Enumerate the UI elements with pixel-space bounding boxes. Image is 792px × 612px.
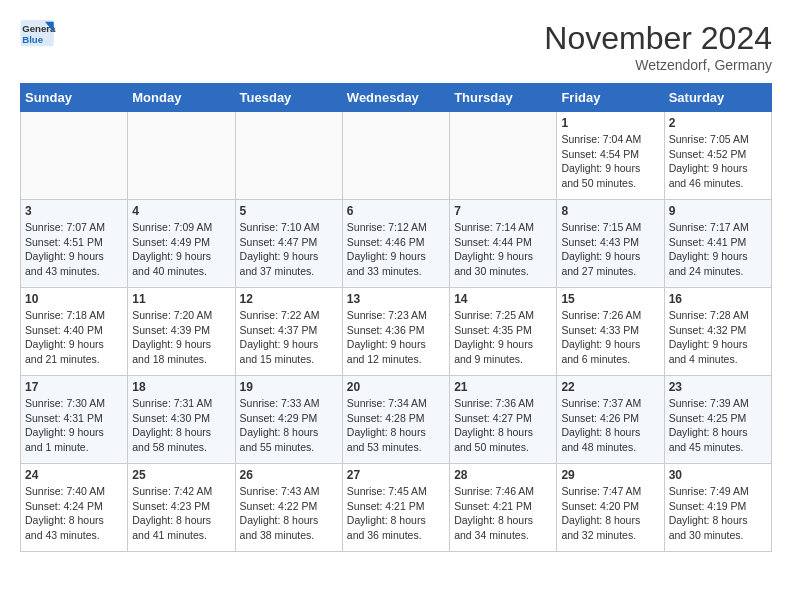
calendar-week-row: 3Sunrise: 7:07 AM Sunset: 4:51 PM Daylig… [21, 200, 772, 288]
day-number: 22 [561, 380, 659, 394]
calendar-day-cell: 24Sunrise: 7:40 AM Sunset: 4:24 PM Dayli… [21, 464, 128, 552]
calendar-day-cell: 21Sunrise: 7:36 AM Sunset: 4:27 PM Dayli… [450, 376, 557, 464]
day-info: Sunrise: 7:37 AM Sunset: 4:26 PM Dayligh… [561, 396, 659, 455]
logo-icon: General Blue [20, 20, 56, 48]
day-number: 6 [347, 204, 445, 218]
calendar-day-cell: 6Sunrise: 7:12 AM Sunset: 4:46 PM Daylig… [342, 200, 449, 288]
day-info: Sunrise: 7:46 AM Sunset: 4:21 PM Dayligh… [454, 484, 552, 543]
calendar-day-cell [450, 112, 557, 200]
calendar-day-cell: 30Sunrise: 7:49 AM Sunset: 4:19 PM Dayli… [664, 464, 771, 552]
day-info: Sunrise: 7:05 AM Sunset: 4:52 PM Dayligh… [669, 132, 767, 191]
day-of-week-header: Thursday [450, 84, 557, 112]
calendar-day-cell: 5Sunrise: 7:10 AM Sunset: 4:47 PM Daylig… [235, 200, 342, 288]
day-number: 19 [240, 380, 338, 394]
month-title: November 2024 [544, 20, 772, 57]
calendar-day-cell: 3Sunrise: 7:07 AM Sunset: 4:51 PM Daylig… [21, 200, 128, 288]
day-info: Sunrise: 7:42 AM Sunset: 4:23 PM Dayligh… [132, 484, 230, 543]
calendar-day-cell: 9Sunrise: 7:17 AM Sunset: 4:41 PM Daylig… [664, 200, 771, 288]
day-info: Sunrise: 7:10 AM Sunset: 4:47 PM Dayligh… [240, 220, 338, 279]
calendar-day-cell: 26Sunrise: 7:43 AM Sunset: 4:22 PM Dayli… [235, 464, 342, 552]
calendar-day-cell: 29Sunrise: 7:47 AM Sunset: 4:20 PM Dayli… [557, 464, 664, 552]
day-number: 12 [240, 292, 338, 306]
day-info: Sunrise: 7:33 AM Sunset: 4:29 PM Dayligh… [240, 396, 338, 455]
calendar-day-cell [235, 112, 342, 200]
calendar-body: 1Sunrise: 7:04 AM Sunset: 4:54 PM Daylig… [21, 112, 772, 552]
day-number: 2 [669, 116, 767, 130]
day-info: Sunrise: 7:45 AM Sunset: 4:21 PM Dayligh… [347, 484, 445, 543]
day-number: 30 [669, 468, 767, 482]
day-info: Sunrise: 7:43 AM Sunset: 4:22 PM Dayligh… [240, 484, 338, 543]
day-number: 7 [454, 204, 552, 218]
calendar-week-row: 17Sunrise: 7:30 AM Sunset: 4:31 PM Dayli… [21, 376, 772, 464]
day-info: Sunrise: 7:04 AM Sunset: 4:54 PM Dayligh… [561, 132, 659, 191]
day-info: Sunrise: 7:34 AM Sunset: 4:28 PM Dayligh… [347, 396, 445, 455]
day-number: 29 [561, 468, 659, 482]
calendar-day-cell: 13Sunrise: 7:23 AM Sunset: 4:36 PM Dayli… [342, 288, 449, 376]
calendar-day-cell [342, 112, 449, 200]
calendar-week-row: 10Sunrise: 7:18 AM Sunset: 4:40 PM Dayli… [21, 288, 772, 376]
day-of-week-header: Friday [557, 84, 664, 112]
calendar-day-cell: 28Sunrise: 7:46 AM Sunset: 4:21 PM Dayli… [450, 464, 557, 552]
day-number: 14 [454, 292, 552, 306]
day-number: 8 [561, 204, 659, 218]
day-number: 4 [132, 204, 230, 218]
day-info: Sunrise: 7:07 AM Sunset: 4:51 PM Dayligh… [25, 220, 123, 279]
logo: General Blue [20, 20, 56, 48]
calendar-day-cell: 8Sunrise: 7:15 AM Sunset: 4:43 PM Daylig… [557, 200, 664, 288]
calendar-day-cell: 17Sunrise: 7:30 AM Sunset: 4:31 PM Dayli… [21, 376, 128, 464]
day-of-week-header: Wednesday [342, 84, 449, 112]
calendar-day-cell: 10Sunrise: 7:18 AM Sunset: 4:40 PM Dayli… [21, 288, 128, 376]
day-info: Sunrise: 7:39 AM Sunset: 4:25 PM Dayligh… [669, 396, 767, 455]
calendar-table: SundayMondayTuesdayWednesdayThursdayFrid… [20, 83, 772, 552]
location: Wetzendorf, Germany [544, 57, 772, 73]
day-info: Sunrise: 7:49 AM Sunset: 4:19 PM Dayligh… [669, 484, 767, 543]
calendar-day-cell: 1Sunrise: 7:04 AM Sunset: 4:54 PM Daylig… [557, 112, 664, 200]
day-of-week-header: Saturday [664, 84, 771, 112]
day-info: Sunrise: 7:14 AM Sunset: 4:44 PM Dayligh… [454, 220, 552, 279]
day-number: 17 [25, 380, 123, 394]
page-header: General Blue November 2024 Wetzendorf, G… [20, 20, 772, 73]
day-of-week-header: Monday [128, 84, 235, 112]
day-number: 18 [132, 380, 230, 394]
calendar-day-cell [128, 112, 235, 200]
day-number: 24 [25, 468, 123, 482]
calendar-day-cell: 23Sunrise: 7:39 AM Sunset: 4:25 PM Dayli… [664, 376, 771, 464]
day-info: Sunrise: 7:26 AM Sunset: 4:33 PM Dayligh… [561, 308, 659, 367]
title-block: November 2024 Wetzendorf, Germany [544, 20, 772, 73]
day-number: 11 [132, 292, 230, 306]
day-number: 20 [347, 380, 445, 394]
calendar-day-cell: 15Sunrise: 7:26 AM Sunset: 4:33 PM Dayli… [557, 288, 664, 376]
day-number: 28 [454, 468, 552, 482]
day-number: 23 [669, 380, 767, 394]
calendar-day-cell: 27Sunrise: 7:45 AM Sunset: 4:21 PM Dayli… [342, 464, 449, 552]
calendar-day-cell: 12Sunrise: 7:22 AM Sunset: 4:37 PM Dayli… [235, 288, 342, 376]
day-info: Sunrise: 7:15 AM Sunset: 4:43 PM Dayligh… [561, 220, 659, 279]
day-info: Sunrise: 7:09 AM Sunset: 4:49 PM Dayligh… [132, 220, 230, 279]
calendar-day-cell: 2Sunrise: 7:05 AM Sunset: 4:52 PM Daylig… [664, 112, 771, 200]
day-number: 13 [347, 292, 445, 306]
day-number: 27 [347, 468, 445, 482]
calendar-day-cell: 20Sunrise: 7:34 AM Sunset: 4:28 PM Dayli… [342, 376, 449, 464]
calendar-day-cell: 7Sunrise: 7:14 AM Sunset: 4:44 PM Daylig… [450, 200, 557, 288]
calendar-week-row: 24Sunrise: 7:40 AM Sunset: 4:24 PM Dayli… [21, 464, 772, 552]
day-info: Sunrise: 7:12 AM Sunset: 4:46 PM Dayligh… [347, 220, 445, 279]
calendar-day-cell: 22Sunrise: 7:37 AM Sunset: 4:26 PM Dayli… [557, 376, 664, 464]
svg-text:Blue: Blue [22, 34, 43, 45]
day-number: 25 [132, 468, 230, 482]
day-info: Sunrise: 7:30 AM Sunset: 4:31 PM Dayligh… [25, 396, 123, 455]
calendar-day-cell [21, 112, 128, 200]
calendar-day-cell: 19Sunrise: 7:33 AM Sunset: 4:29 PM Dayli… [235, 376, 342, 464]
calendar-day-cell: 16Sunrise: 7:28 AM Sunset: 4:32 PM Dayli… [664, 288, 771, 376]
day-info: Sunrise: 7:36 AM Sunset: 4:27 PM Dayligh… [454, 396, 552, 455]
calendar-day-cell: 14Sunrise: 7:25 AM Sunset: 4:35 PM Dayli… [450, 288, 557, 376]
day-number: 15 [561, 292, 659, 306]
day-info: Sunrise: 7:40 AM Sunset: 4:24 PM Dayligh… [25, 484, 123, 543]
day-info: Sunrise: 7:17 AM Sunset: 4:41 PM Dayligh… [669, 220, 767, 279]
day-info: Sunrise: 7:22 AM Sunset: 4:37 PM Dayligh… [240, 308, 338, 367]
day-info: Sunrise: 7:20 AM Sunset: 4:39 PM Dayligh… [132, 308, 230, 367]
calendar-day-cell: 11Sunrise: 7:20 AM Sunset: 4:39 PM Dayli… [128, 288, 235, 376]
calendar-day-cell: 4Sunrise: 7:09 AM Sunset: 4:49 PM Daylig… [128, 200, 235, 288]
day-number: 16 [669, 292, 767, 306]
calendar-day-cell: 18Sunrise: 7:31 AM Sunset: 4:30 PM Dayli… [128, 376, 235, 464]
day-info: Sunrise: 7:23 AM Sunset: 4:36 PM Dayligh… [347, 308, 445, 367]
